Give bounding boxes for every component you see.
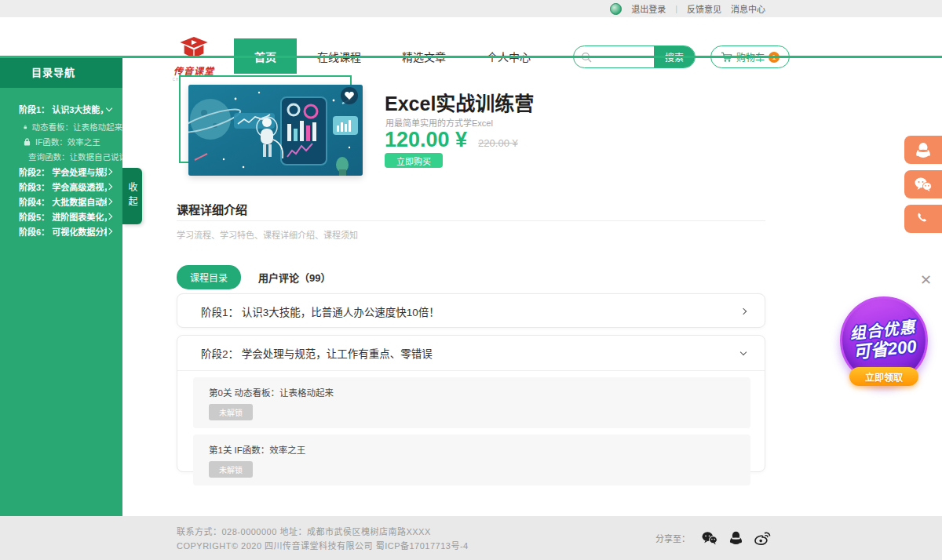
detail-section-title: 课程详细介绍 <box>177 201 247 217</box>
lock-icon <box>24 138 31 146</box>
lesson-row-0[interactable]: 第0关 动态看板：让表格动起来 未解锁 <box>193 377 750 428</box>
curriculum-section-stage2: 阶段2： 学会处理与规范，让工作有重点、零错误 第0关 动态看板：让表格动起来 … <box>177 335 765 472</box>
buy-now-button[interactable]: 立即购买 <box>385 153 443 168</box>
avatar[interactable] <box>610 3 622 15</box>
share-weibo-icon[interactable] <box>754 530 771 545</box>
stage2-header[interactable]: 阶段2： 学会处理与规范，让工作有重点、零错误 <box>177 336 765 370</box>
promo-claim-button[interactable]: 立即领取 <box>849 367 918 386</box>
sidebar-collapse-button[interactable]: 收起 <box>122 168 142 224</box>
sidebar-item-stage2[interactable]: 阶段2： 学会处理与规范，让工作... <box>0 164 122 179</box>
detail-tabs: 课程目录 用户评论（99） <box>177 265 330 289</box>
header-accent-line <box>0 56 942 58</box>
share-wechat-icon[interactable] <box>701 531 718 545</box>
course-price: 120.00 ¥ <box>385 128 467 152</box>
chevron-down-icon <box>740 348 747 355</box>
locked-badge: 未解锁 <box>209 461 253 478</box>
detail-summary: 学习流程、学习特色、课程详细介绍、课程须知 <box>177 228 358 241</box>
chevron-right-icon <box>740 308 747 315</box>
sidebar-title: 目录导航 <box>0 58 122 88</box>
wechat-icon <box>914 176 933 192</box>
chevron-right-icon <box>106 168 112 174</box>
stage1-header[interactable]: 阶段1： 认识3大技能，比普通人办公速度快10倍！ <box>177 294 765 329</box>
wechat-contact-button[interactable] <box>904 170 942 198</box>
chevron-right-icon <box>106 198 112 204</box>
curriculum-section-stage1: 阶段1： 认识3大技能，比普通人办公速度快10倍！ <box>177 293 765 328</box>
logout-link[interactable]: 退出登录 <box>631 2 666 15</box>
tab-reviews[interactable]: 用户评论（99） <box>258 270 330 285</box>
sidebar-item-stage5[interactable]: 阶段5： 进阶图表美化，让汇报一... <box>0 209 122 224</box>
sidebar-lesson-if[interactable]: IF函数：效率之王 <box>0 134 122 149</box>
locked-badge: 未解锁 <box>209 404 253 420</box>
course-original-price: 220.00 ¥ <box>478 137 518 149</box>
chevron-right-icon <box>106 183 112 189</box>
phone-icon <box>916 212 930 226</box>
sidebar-item-stage3[interactable]: 阶段3： 学会高级透视，拥有同时... <box>0 179 122 194</box>
footer: 联系方式：028-0000000 地址：成都市武侯区槐树店南路XXXX COPY… <box>0 516 942 560</box>
share-qq-icon[interactable] <box>729 530 743 545</box>
lesson-title: 第1关 IF函数：效率之王 <box>209 443 735 456</box>
sidebar-lesson-lookup[interactable]: 查询函数：让数据自己说话 <box>0 149 122 164</box>
phone-contact-button[interactable] <box>904 205 942 233</box>
messages-link[interactable]: 消息中心 <box>731 2 765 15</box>
share-label: 分享至： <box>655 532 690 544</box>
divider <box>177 220 765 221</box>
chevron-right-icon <box>106 213 112 219</box>
sidebar-item-stage4[interactable]: 阶段4： 大批数据自动统计分析，... <box>0 194 122 209</box>
course-title: Excel实战训练营 <box>385 88 534 116</box>
tab-curriculum[interactable]: 课程目录 <box>177 265 241 289</box>
catalog-sidebar: 目录导航 阶段1： 认识3大技能，比普通人... 动态看板：让表格动起来 IF函… <box>0 58 122 516</box>
qq-contact-button[interactable] <box>904 136 942 164</box>
topbar: 退出登录 | 反馈意见 消息中心 <box>0 0 942 17</box>
course-subtitle: 用最简单实用的方式学Excel <box>385 116 493 129</box>
footer-copyright: COPYRIGHT© 2020 四川传音课堂科技有限公司 蜀ICP备170177… <box>177 539 469 551</box>
qq-icon <box>915 141 931 158</box>
footer-contact: 联系方式：028-0000000 地址：成都市武侯区槐树店南路XXXX <box>177 525 431 537</box>
promo-close-icon[interactable]: ✕ <box>920 273 932 287</box>
lesson-row-1[interactable]: 第1关 IF函数：效率之王 未解锁 <box>193 435 750 485</box>
chevron-right-icon <box>106 227 112 234</box>
header: 传音课堂 CHUANYINKETANG 首页 在线课程 精选文章 个人中心 搜索… <box>0 17 942 56</box>
feedback-link[interactable]: 反馈意见 <box>687 2 721 15</box>
topbar-divider: | <box>675 4 677 13</box>
course-cover-image[interactable] <box>188 85 363 176</box>
lock-icon <box>24 123 27 131</box>
page: 退出登录 | 反馈意见 消息中心 传音课堂 CHUANYINKETANG 首页 … <box>0 0 942 560</box>
sidebar-item-stage1[interactable]: 阶段1： 认识3大技能，比普通人... <box>0 99 122 119</box>
chevron-down-icon <box>106 104 112 111</box>
sidebar-lesson-dashboard[interactable]: 动态看板：让表格动起来 <box>0 119 122 134</box>
lesson-title: 第0关 动态看板：让表格动起来 <box>209 386 735 398</box>
sidebar-item-stage6[interactable]: 阶段6： 可视化数据分析，帮老板... <box>0 224 122 238</box>
